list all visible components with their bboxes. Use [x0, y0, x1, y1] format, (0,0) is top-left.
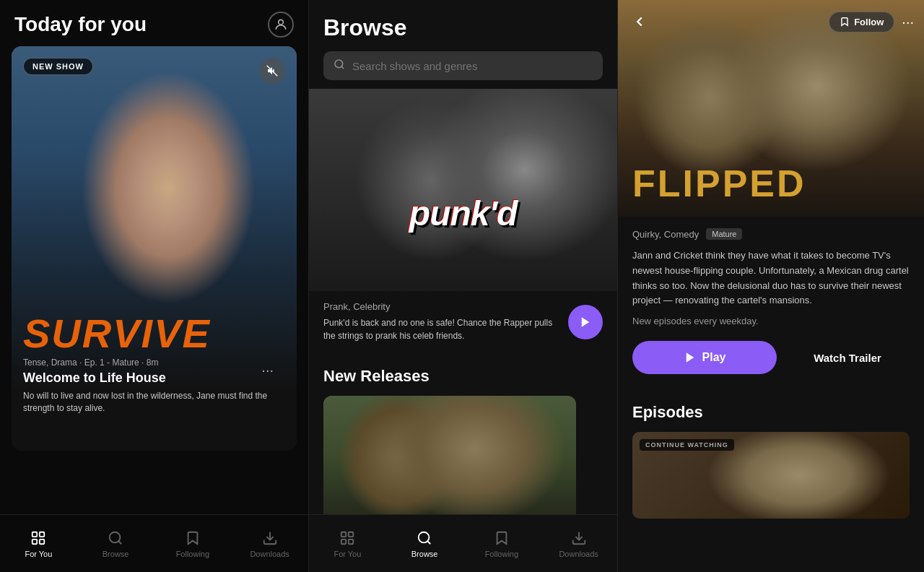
search-bar[interactable]: [323, 51, 603, 80]
nav-item-following[interactable]: Following: [154, 529, 232, 558]
panel2-browse-icon: [416, 529, 433, 547]
svg-rect-12: [341, 539, 346, 543]
episodes-schedule: New episodes every weekday.: [632, 316, 910, 326]
new-show-badge: NEW SHOW: [23, 58, 93, 75]
show-detail-hero: Follow ··· FLIPPED: [618, 0, 924, 217]
panel2-following-icon: [493, 529, 510, 547]
play-button[interactable]: Play: [632, 341, 777, 374]
panel2-downloads-icon: [570, 529, 588, 547]
punkd-background: [309, 89, 617, 291]
panel1-nav: For You Browse Following: [0, 514, 308, 572]
mature-badge: Mature: [706, 228, 742, 240]
panel2-nav-for-you-label: For You: [334, 550, 361, 558]
panel2-content: punk'd Prank, Celebrity Punk'd is back a…: [309, 89, 617, 514]
panel2-nav: For You Browse Following: [309, 514, 617, 572]
svg-point-8: [335, 60, 343, 68]
avatar-button[interactable]: [268, 12, 294, 38]
continue-watching-badge: CONTINUE WATCHING: [640, 439, 734, 451]
following-icon: [184, 529, 201, 547]
new-releases-section: New Releases FLIPPED: [309, 352, 617, 514]
new-releases-title: New Releases: [323, 367, 603, 386]
follow-label: Follow: [854, 17, 884, 27]
show-meta: Tense, Drama · Ep. 1 - Mature · 8m Welco…: [23, 358, 285, 415]
featured-punkd[interactable]: punk'd: [309, 89, 617, 291]
browse-title: Browse: [323, 14, 603, 41]
flipped-title: FLIPPED: [632, 165, 910, 202]
panel-show-detail: Follow ··· FLIPPED Quirky, Comedy Mature…: [618, 0, 924, 572]
svg-marker-16: [686, 352, 694, 363]
panel2-nav-item-browse[interactable]: Browse: [386, 529, 463, 558]
panel2-nav-following-label: Following: [485, 550, 518, 558]
nav-for-you-label: For You: [25, 550, 52, 558]
panel2-nav-item-following[interactable]: Following: [463, 529, 541, 558]
svg-marker-9: [582, 317, 590, 327]
nav-following-label: Following: [176, 550, 209, 558]
hero-right-actions: Follow ···: [829, 12, 914, 32]
panel2-header: Browse: [309, 0, 617, 89]
action-buttons: Play Watch Trailer: [632, 341, 910, 374]
panel2-home-icon: [339, 529, 356, 547]
show-big-title: SURVIVE: [23, 310, 211, 357]
watch-trailer-button[interactable]: Watch Trailer: [785, 341, 910, 374]
svg-rect-13: [349, 539, 353, 543]
search-icon: [334, 58, 345, 73]
more-options-button[interactable]: ···: [902, 14, 914, 30]
show-title: Welcome to Life House: [23, 370, 285, 386]
show-long-description: Jann and Cricket think they have what it…: [632, 248, 910, 308]
nav-item-downloads[interactable]: Downloads: [231, 529, 308, 558]
punkd-genre: Prank, Celebrity: [323, 301, 603, 312]
svg-rect-5: [40, 539, 44, 543]
show-meta-line: Tense, Drama · Ep. 1 - Mature · 8m: [23, 358, 285, 368]
flipped-hero-logo: FLIPPED: [632, 165, 910, 202]
punkd-play-button[interactable]: [568, 305, 603, 339]
nav-downloads-label: Downloads: [250, 550, 289, 558]
show-description: No will to live and now lost in the wild…: [23, 390, 285, 415]
nav-item-browse[interactable]: Browse: [77, 529, 154, 558]
panel2-nav-browse-label: Browse: [411, 550, 438, 558]
continue-watching-card[interactable]: CONTINUE WATCHING: [632, 432, 910, 519]
svg-point-0: [279, 20, 284, 25]
svg-rect-11: [349, 532, 353, 536]
featured-show-card[interactable]: NEW SHOW SURVIVE Tense, Drama · Ep. 1 - …: [12, 46, 297, 451]
episodes-title: Episodes: [632, 403, 910, 422]
new-releases-scroll: FLIPPED: [323, 396, 603, 514]
hero-actions: Follow ···: [628, 10, 914, 33]
browse-icon: [107, 529, 124, 547]
punkd-info: Prank, Celebrity Punk'd is back and no o…: [309, 291, 617, 352]
home-icon: [30, 529, 47, 547]
flipped-card-logo: FLIPPED: [402, 510, 497, 514]
show-detail-info: Quirky, Comedy Mature Jann and Cricket t…: [618, 217, 924, 403]
panel2-nav-item-downloads[interactable]: Downloads: [540, 529, 617, 558]
nav-item-for-you[interactable]: For You: [0, 529, 77, 558]
more-options-button[interactable]: ···: [261, 362, 274, 378]
panel2-nav-item-for-you[interactable]: For You: [309, 529, 386, 558]
back-button[interactable]: [628, 10, 651, 33]
search-input[interactable]: [352, 60, 593, 72]
mute-button[interactable]: [259, 58, 285, 84]
panel-today-for-you: Today for you NEW SHOW SURVIVE Tense, Dr…: [0, 0, 309, 572]
panel2-nav-downloads-label: Downloads: [559, 550, 598, 558]
panel-browse: Browse punk'd Prank, Celebrity Punk'd is…: [309, 0, 618, 572]
svg-rect-2: [32, 532, 37, 536]
downloads-icon: [261, 529, 279, 547]
page-title: Today for you: [14, 13, 147, 36]
svg-rect-3: [40, 532, 44, 536]
follow-button[interactable]: Follow: [829, 12, 894, 32]
punkd-logo: punk'd: [409, 194, 517, 233]
punkd-description: Punk'd is back and no one is safe! Chanc…: [323, 316, 603, 342]
svg-point-6: [110, 532, 121, 542]
svg-point-14: [419, 532, 430, 542]
trailer-label: Watch Trailer: [814, 352, 881, 364]
flipped-release-card[interactable]: FLIPPED: [323, 396, 576, 514]
panel1-content: NEW SHOW SURVIVE Tense, Drama · Ep. 1 - …: [0, 46, 308, 514]
episodes-section: Episodes CONTINUE WATCHING: [618, 403, 924, 519]
svg-rect-4: [32, 539, 37, 543]
nav-browse-label: Browse: [103, 550, 129, 558]
svg-rect-10: [341, 532, 346, 536]
panel1-header: Today for you: [0, 0, 308, 46]
flipped-card-bg: [323, 396, 576, 514]
play-label: Play: [702, 351, 726, 364]
show-genre-tags: Quirky, Comedy Mature: [632, 228, 910, 240]
genre-text: Quirky, Comedy: [632, 229, 699, 240]
